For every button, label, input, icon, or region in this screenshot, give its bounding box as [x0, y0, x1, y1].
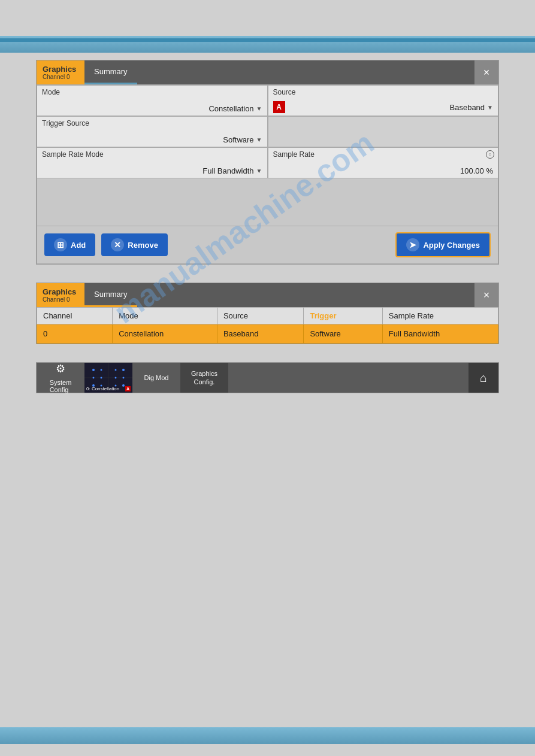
sample-rate-value: 100.00 %	[460, 166, 493, 175]
panel1-close-button[interactable]: ×	[474, 60, 498, 84]
graphics-config-label-2: Config.	[194, 378, 215, 385]
sample-rate-label: Sample Rate	[273, 150, 315, 159]
panel2-header: Graphics Channel 0 Summary ×	[37, 283, 498, 307]
mode-dropdown-arrow[interactable]: ▼	[256, 105, 262, 112]
panel2-summary-tab[interactable]: Summary	[84, 283, 137, 307]
source-value: Baseband	[450, 103, 485, 112]
empty-cell-1	[268, 116, 499, 147]
sample-rate-mode-dropdown-arrow[interactable]: ▼	[256, 168, 262, 174]
source-badge: A	[273, 101, 285, 113]
summary-table: Channel Mode Source Trigger Sample Rate …	[37, 307, 498, 344]
panel1-header: Graphics Channel 0 Summary ×	[37, 60, 498, 84]
trigger-source-label: Trigger Source	[42, 119, 262, 127]
panel1-empty-area	[37, 178, 498, 226]
sample-rate-mode-value-row: Full Bandwidth ▼	[42, 166, 262, 175]
apply-icon: ➤	[406, 238, 419, 251]
panel2-graphics-tab-main: Graphics	[43, 287, 78, 296]
sample-rate-cell: Sample Rate ○ 100.00 %	[268, 147, 499, 178]
svg-point-4	[122, 369, 125, 371]
panel2-summary-tab-label: Summary	[94, 290, 128, 299]
row-channel: 0	[37, 324, 113, 344]
graphics-config-button[interactable]: Graphics Config.	[180, 363, 228, 393]
panel2-graphics-tab-sub: Channel 0	[43, 296, 78, 303]
apply-changes-button[interactable]: ➤ Apply Changes	[395, 232, 491, 257]
row-trigger: Software	[304, 324, 382, 344]
source-cell: Source A Baseband ▼	[268, 85, 499, 116]
trigger-source-value-row: Software ▼	[42, 135, 262, 144]
row-mode: Constellation	[113, 324, 217, 344]
col-sample-rate: Sample Rate	[382, 308, 498, 324]
home-button[interactable]: ⌂	[468, 363, 498, 393]
panel1-graphics-config: Graphics Channel 0 Summary × Mode Conste…	[36, 60, 499, 265]
panel2-summary: Graphics Channel 0 Summary × Channel Mod…	[36, 283, 499, 344]
svg-point-12	[115, 377, 117, 379]
col-trigger: Trigger	[304, 308, 382, 324]
source-value-row: A Baseband ▼	[273, 101, 494, 113]
svg-point-13	[93, 377, 95, 379]
mode-value-row: Constellation ▼	[42, 104, 262, 113]
col-source: Source	[217, 308, 304, 324]
constellation-badge: A	[125, 386, 131, 391]
panel1-summary-tab-label: Summary	[94, 67, 128, 76]
svg-point-11	[101, 377, 102, 379]
constellation-button[interactable]: 0: Constellation A	[84, 363, 132, 393]
panel3-toolbar: ⚙ System Config	[36, 362, 499, 393]
trigger-dropdown-arrow[interactable]: ▼	[256, 136, 262, 143]
home-icon: ⌂	[480, 371, 487, 385]
system-config-button[interactable]: ⚙ System Config	[37, 363, 84, 393]
sample-rate-mode-label: Sample Rate Mode	[42, 150, 262, 159]
sample-rate-info-icon: ○	[486, 150, 494, 159]
graphics-config-label-1: Graphics	[191, 370, 217, 377]
panel1-graphics-tab[interactable]: Graphics Channel 0	[37, 60, 84, 84]
svg-point-8	[115, 369, 117, 371]
dig-mod-button[interactable]: Dig Mod	[132, 363, 180, 393]
svg-point-3	[92, 369, 95, 371]
svg-point-14	[123, 377, 125, 379]
remove-button[interactable]: ✕ Remove	[101, 233, 168, 256]
table-row[interactable]: 0 Constellation Baseband Software Full B…	[37, 324, 498, 344]
panel1-button-row: ⊞ Add ✕ Remove ➤ Apply Changes	[37, 226, 498, 264]
trigger-source-value: Software	[223, 135, 253, 144]
bottom-bar	[0, 727, 535, 744]
sample-rate-value-row: 100.00 %	[273, 166, 494, 175]
source-dropdown-arrow[interactable]: ▼	[487, 104, 493, 111]
add-icon: ⊞	[54, 238, 67, 251]
row-source: Baseband	[217, 324, 304, 344]
add-label: Add	[71, 241, 86, 250]
constellation-preview: 0: Constellation A	[84, 363, 132, 393]
content-area: Graphics Channel 0 Summary × Mode Conste…	[36, 60, 499, 411]
panel1-summary-tab[interactable]: Summary	[84, 60, 137, 84]
panel2-graphics-tab[interactable]: Graphics Channel 0	[37, 283, 84, 307]
mode-cell: Mode Constellation ▼	[37, 85, 268, 116]
col-mode: Mode	[113, 308, 217, 324]
sample-rate-mode-value: Full Bandwidth	[202, 166, 253, 175]
mode-value: Constellation	[208, 104, 253, 113]
system-config-label2: Config	[50, 386, 72, 393]
top-bar	[0, 36, 535, 53]
dig-mod-label: Dig Mod	[144, 374, 169, 381]
panel1-form-grid: Mode Constellation ▼ Source A Baseband ▼	[37, 84, 498, 178]
sample-rate-mode-cell: Sample Rate Mode Full Bandwidth ▼	[37, 147, 268, 178]
mode-label: Mode	[42, 88, 262, 96]
empty-toolbar-1	[228, 363, 276, 393]
remove-icon: ✕	[111, 238, 124, 251]
svg-point-6	[122, 384, 125, 387]
source-label: Source	[273, 88, 494, 96]
row-sample-rate: Full Bandwidth	[382, 324, 498, 344]
add-button[interactable]: ⊞ Add	[44, 233, 95, 256]
remove-label: Remove	[128, 241, 158, 250]
panel1-graphics-tab-main: Graphics	[43, 65, 78, 74]
system-config-label: System	[50, 379, 72, 386]
toolbar: ⚙ System Config	[37, 363, 498, 393]
empty-toolbar-2	[276, 363, 324, 393]
svg-point-7	[101, 369, 102, 371]
trigger-source-cell: Trigger Source Software ▼	[37, 116, 268, 147]
col-channel: Channel	[37, 308, 113, 324]
panel2-close-button[interactable]: ×	[474, 283, 498, 307]
constellation-preview-label: 0: Constellation	[86, 386, 119, 391]
apply-label: Apply Changes	[423, 241, 480, 250]
panel1-graphics-tab-sub: Channel 0	[43, 74, 78, 80]
gear-icon: ⚙	[56, 362, 65, 375]
